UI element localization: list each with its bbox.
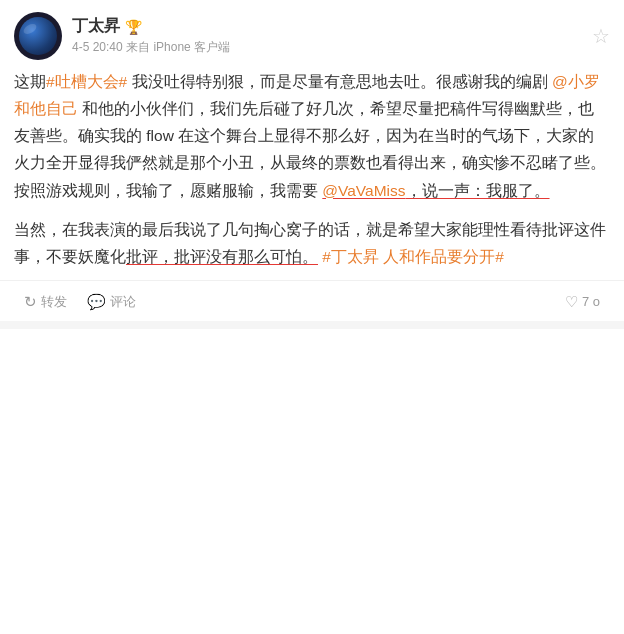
content-text-4: ，说一声：我服了。 [406, 182, 550, 199]
content-text-1: 这期 [14, 73, 46, 90]
like-count: 7 o [582, 294, 600, 309]
like-icon: ♡ [565, 293, 578, 311]
username[interactable]: 丁太昇 [72, 16, 120, 37]
user-info: 丁太昇 🏆 4-5 20:40 来自 iPhone 客户端 [72, 16, 592, 56]
comment-label: 评论 [110, 293, 136, 311]
retweet-label: 转发 [41, 293, 67, 311]
hashtag-2[interactable]: #丁太昇 人和作品要分开# [322, 248, 504, 265]
post-container: 丁太昇 🏆 4-5 20:40 来自 iPhone 客户端 ☆ 这期#吐槽大会#… [0, 0, 624, 270]
action-bar: ↻ 转发 💬 评论 ♡ 7 o [0, 281, 624, 321]
avatar [14, 12, 62, 60]
star-button[interactable]: ☆ [592, 24, 610, 48]
post-header: 丁太昇 🏆 4-5 20:40 来自 iPhone 客户端 ☆ [14, 12, 610, 60]
hashtag-1[interactable]: #吐槽大会# [46, 73, 127, 90]
comment-icon: 💬 [87, 293, 106, 311]
post-content: 这期#吐槽大会# 我没吐得特别狠，而是尽量有意思地去吐。很感谢我的编剧 @小罗和… [14, 68, 610, 270]
retweet-icon: ↻ [24, 293, 37, 311]
retweet-button[interactable]: ↻ 转发 [14, 289, 77, 315]
badge-icon: 🏆 [124, 18, 142, 36]
like-button[interactable]: ♡ 7 o [555, 289, 610, 315]
avatar-image [19, 17, 57, 55]
content-text-5: 当然，在我表演的最后我说了几句掏心窝子的话，就是希望大家能理性看待批评这件事，不… [14, 221, 606, 265]
content-text-2: 我没吐得特别狠，而是尽量有意思地去吐。很感谢我的编剧 [127, 73, 552, 90]
post-meta: 4-5 20:40 来自 iPhone 客户端 [72, 39, 592, 56]
comment-button[interactable]: 💬 评论 [77, 289, 146, 315]
mention-2[interactable]: @VaVaMiss [322, 182, 405, 199]
comment-divider [0, 321, 624, 329]
username-row: 丁太昇 🏆 [72, 16, 592, 37]
